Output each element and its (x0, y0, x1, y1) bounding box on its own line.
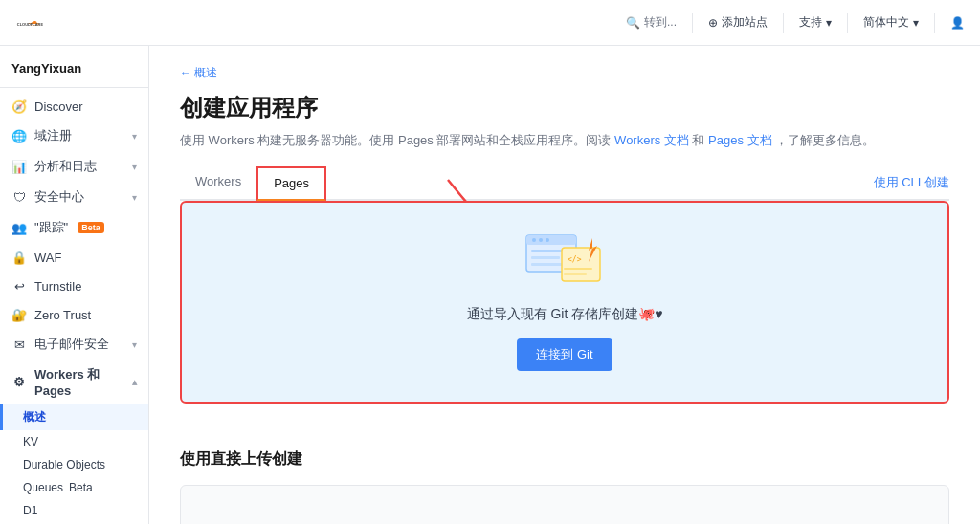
pages-docs-link[interactable]: Pages 文档 (708, 133, 771, 147)
shield-icon: 🛡 (11, 189, 27, 205)
trace-icon: 👥 (11, 220, 27, 235)
sidebar-item-label: 域注册 (34, 127, 72, 144)
sidebar-item-email-security[interactable]: ✉ 电子邮件安全 ▾ (0, 329, 148, 360)
svg-point-5 (539, 238, 543, 242)
beta-badge: Beta (69, 481, 93, 494)
sidebar-sub-queues[interactable]: Queues Beta (0, 476, 148, 499)
svg-rect-8 (531, 256, 560, 259)
sub-item-label: Queues (23, 481, 63, 494)
sidebar-item-label: Zero Trust (34, 308, 91, 322)
support-label: 支持 (799, 14, 822, 31)
connect-git-button[interactable]: 连接到 Git (517, 338, 612, 371)
chevron-down-icon-lang: ▾ (913, 16, 919, 30)
email-icon: ✉ (11, 337, 27, 352)
topnav-actions: 🔍 转到... ⊕ 添加站点 支持 ▾ 简体中文 ▾ 👤 (626, 13, 965, 33)
git-illustration: </> (522, 233, 608, 291)
chevron-down-icon: ▾ (826, 16, 832, 30)
sidebar-item-discover[interactable]: 🧭 Discover (0, 92, 148, 120)
sidebar-sub-durable-objects[interactable]: Durable Objects (0, 453, 148, 476)
svg-rect-9 (531, 263, 565, 266)
sidebar-item-zero-trust[interactable]: 🔐 Zero Trust (0, 300, 148, 329)
turnstile-icon: ↩ (11, 278, 27, 294)
description-text: 使用 Workers 构建无服务器功能。使用 Pages 部署网站和全栈应用程序… (180, 133, 611, 147)
annotation-container: Workers Pages 使用 CLI 创建 (180, 166, 949, 201)
sidebar-item-label: 电子邮件安全 (34, 336, 109, 353)
git-connect-card: </> 通过导入现有 Git 存储库创建🐙♥ 连接到 Git (180, 201, 949, 404)
compass-icon: 🧭 (11, 98, 27, 114)
desc-suffix: ，了解更多信息。 (775, 133, 875, 147)
chevron-icon: ▾ (132, 339, 137, 350)
zero-trust-icon: 🔐 (11, 307, 27, 322)
chart-icon: 📊 (11, 159, 27, 174)
sidebar-username: YangYixuan (0, 54, 148, 88)
git-card-title: 通过导入现有 Git 存储库创建🐙♥ (467, 306, 663, 323)
sidebar-item-security[interactable]: 🛡 安全中心 ▾ (0, 182, 148, 212)
upload-section: 使用直接上传创建 直接从计 (180, 426, 949, 524)
sidebar-item-waf[interactable]: 🔒 WAF (0, 243, 148, 272)
svg-rect-10 (562, 248, 600, 281)
globe-icon: 🌐 (11, 128, 27, 143)
workers-icon: ⚙ (11, 375, 27, 390)
page-description: 使用 Workers 构建无服务器功能。使用 Pages 部署网站和全栈应用程序… (180, 131, 949, 151)
svg-point-6 (546, 238, 549, 242)
workers-docs-link[interactable]: Workers 文档 (614, 133, 689, 147)
svg-rect-12 (564, 268, 592, 270)
sidebar-item-turnstile[interactable]: ↩ Turnstile (0, 272, 148, 300)
search-button[interactable]: 🔍 转到... (626, 14, 677, 31)
tab-label: Workers (195, 174, 241, 188)
sidebar-item-label: Discover (34, 99, 83, 114)
sidebar-parent-label: Workers 和 Pages (34, 366, 124, 398)
divider-3 (847, 13, 848, 33)
cli-create-link[interactable]: 使用 CLI 创建 (874, 166, 949, 199)
add-site-button[interactable]: ⊕ 添加站点 (708, 14, 768, 31)
beta-badge: Beta (78, 222, 104, 233)
add-icon: ⊕ (708, 16, 718, 30)
cloudflare-logo: CLOUDFLARE (15, 13, 50, 33)
main-content: ← 概述 创建应用程序 使用 Workers 构建无服务器功能。使用 Pages… (149, 46, 980, 524)
sub-item-label: Durable Objects (23, 458, 105, 471)
user-icon: 👤 (950, 16, 965, 30)
logo[interactable]: CLOUDFLARE (15, 13, 50, 33)
sidebar-item-label: "跟踪" (34, 219, 68, 236)
sidebar-item-trace[interactable]: 👥 "跟踪" Beta (0, 212, 148, 243)
chevron-icon: ▾ (132, 131, 137, 142)
svg-rect-13 (564, 273, 587, 275)
svg-text:</>: </> (568, 255, 582, 264)
sidebar-item-label: 分析和日志 (34, 158, 97, 175)
sub-item-label: D1 (23, 504, 37, 517)
waf-icon: 🔒 (11, 250, 27, 265)
sidebar-workers-pages[interactable]: ⚙ Workers 和 Pages ▴ (0, 360, 148, 404)
svg-text:CLOUDFLARE: CLOUDFLARE (17, 21, 44, 26)
sidebar-sub-d1[interactable]: D1 (0, 499, 148, 522)
sidebar-item-analytics[interactable]: 📊 分析和日志 ▾ (0, 151, 148, 182)
tab-label: Pages (274, 176, 309, 190)
breadcrumb[interactable]: ← 概述 (180, 65, 949, 81)
divider-2 (783, 13, 784, 33)
sidebar: YangYixuan 🧭 Discover 🌐 域注册 ▾ 📊 分析和日志 ▾ … (0, 46, 149, 524)
search-icon: 🔍 (626, 16, 640, 30)
tab-pages[interactable]: Pages (256, 166, 326, 201)
chevron-icon: ▾ (132, 192, 137, 203)
upload-section-title: 使用直接上传创建 (180, 449, 949, 469)
svg-point-4 (532, 238, 536, 242)
tabs-spacer (326, 166, 874, 199)
tab-workers[interactable]: Workers (180, 166, 256, 201)
upload-illustration (526, 516, 603, 524)
user-menu-button[interactable]: 👤 (950, 16, 965, 30)
sidebar-item-label: 安全中心 (34, 188, 84, 206)
chevron-icon: ▴ (132, 377, 137, 387)
sidebar-sub-kv[interactable]: KV (0, 430, 148, 453)
add-site-label: 添加站点 (722, 14, 768, 31)
sidebar-sub-overview[interactable]: 概述 (0, 404, 148, 430)
and-text: 和 (692, 133, 704, 147)
sub-item-label: KV (23, 435, 38, 448)
page-title: 创建应用程序 (180, 93, 949, 123)
divider (692, 13, 693, 33)
cloud-upload-icon (526, 516, 603, 524)
upload-card: 直接从计算机上传站点的资产，包括 HTML、CSS 和 JS 文件。 上传资产 (180, 485, 949, 524)
support-button[interactable]: 支持 ▾ (799, 14, 832, 31)
chevron-icon: ▾ (132, 162, 137, 172)
sidebar-item-domain-reg[interactable]: 🌐 域注册 ▾ (0, 120, 148, 151)
language-selector[interactable]: 简体中文 ▾ (863, 14, 919, 31)
sub-item-label: 概述 (23, 409, 46, 426)
